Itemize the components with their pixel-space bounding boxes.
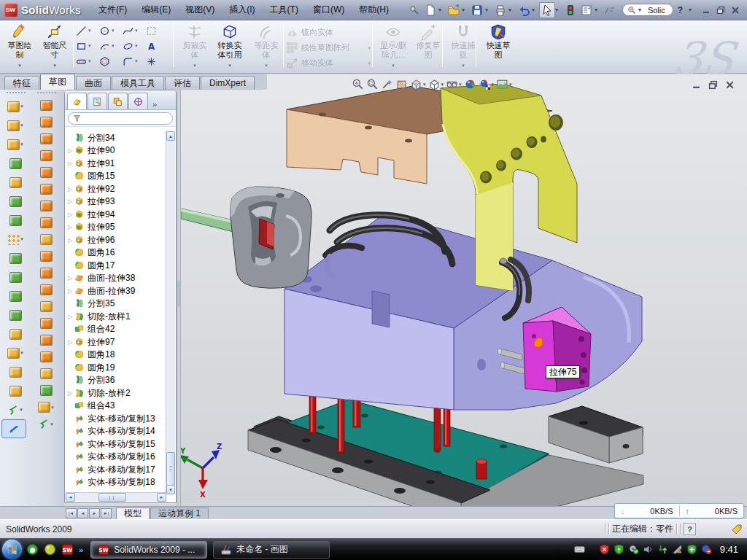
panel-tab-dimxpertmanager[interactable]: [128, 93, 148, 109]
tab-DimXpert[interactable]: DimXpert: [201, 76, 255, 90]
chevron-down-icon[interactable]: ▾: [638, 7, 643, 13]
tray-kbd[interactable]: [574, 544, 585, 555]
ribbon-mirror-button[interactable]: 镜向实体: [286, 25, 371, 40]
ribbon-qsketch-button[interactable]: 快速草图: [481, 23, 515, 60]
ribbon-move-button[interactable]: 移动实体▾: [286, 55, 371, 71]
mold-tool-8[interactable]: [32, 214, 60, 231]
model-tab-模型[interactable]: 模型: [116, 508, 150, 519]
chevron-down-icon[interactable]: ▾: [88, 28, 91, 34]
mold-tool-7[interactable]: [32, 198, 60, 214]
mold-tool-17[interactable]: [32, 365, 60, 382]
chevron-down-icon[interactable]: ▾: [88, 43, 91, 49]
tree-item[interactable]: ▷拉伸97: [66, 335, 166, 349]
wand-button[interactable]: [381, 78, 393, 90]
chevron-down-icon[interactable]: ▾: [441, 82, 444, 88]
panel-tab-configurationmanager[interactable]: [108, 93, 128, 109]
nav-last-button[interactable]: ►|: [101, 508, 112, 518]
doc-close-button[interactable]: [725, 80, 735, 90]
chevron-down-icon[interactable]: ▾: [88, 58, 91, 64]
glasses-button[interactable]: ▾: [446, 78, 462, 90]
chevron-down-icon[interactable]: ▾: [20, 350, 23, 356]
graphics-viewport[interactable]: Y Z X ▾▾▾▾▾ 拉伸75: [181, 74, 747, 506]
chevron-down-icon[interactable]: ▾: [508, 7, 514, 13]
scene-button[interactable]: ▾: [496, 78, 512, 90]
print-button[interactable]: [492, 2, 508, 18]
tray-syncgreen[interactable]: [657, 544, 668, 555]
panel-tab-propertymanager[interactable]: [88, 93, 107, 109]
ribbon-dim-button[interactable]: 智能尺寸▾: [38, 23, 71, 70]
ribbon-sketch-button[interactable]: 草图绘制▾: [3, 23, 36, 70]
nav-prev-button[interactable]: ◄: [77, 508, 88, 518]
expand-arrow-icon[interactable]: ▷: [66, 198, 74, 205]
expand-arrow-icon[interactable]: ▷: [66, 186, 74, 192]
expand-arrow-icon[interactable]: ▷: [66, 275, 74, 281]
mold-tool-12[interactable]: [32, 281, 60, 298]
chevron-down-icon[interactable]: ▾: [135, 58, 138, 64]
feature-tool-18[interactable]: [1, 419, 26, 438]
chevron-down-icon[interactable]: ▾: [50, 421, 53, 427]
scroll-thumb[interactable]: [166, 452, 175, 486]
feature-tool-2[interactable]: ▾: [1, 116, 29, 135]
scroll-up-icon[interactable]: ▲: [166, 131, 175, 141]
chevron-down-icon[interactable]: ▾: [509, 82, 512, 88]
entity-point-button[interactable]: [146, 55, 168, 68]
splitter-grip[interactable]: [177, 281, 180, 307]
tree-item[interactable]: 实体-移动/复制18: [66, 476, 166, 489]
cursor-button[interactable]: [539, 2, 555, 18]
chevron-down-icon[interactable]: ▾: [20, 104, 23, 109]
scroll-left-icon[interactable]: ◄: [66, 493, 75, 502]
scroll-thumb-h[interactable]: [98, 493, 126, 502]
mold-tool-2[interactable]: [32, 114, 60, 131]
menu-4[interactable]: 插入(I): [222, 1, 262, 19]
doc-minimize-button[interactable]: [692, 80, 701, 90]
feature-tool-7[interactable]: [1, 211, 29, 230]
ribbon-convert-button[interactable]: 转换实体引用▾: [213, 23, 247, 70]
tree-item[interactable]: ▷切除-放样2: [66, 386, 166, 400]
ball2-button[interactable]: ▾: [479, 78, 495, 90]
mold-tool-5[interactable]: [32, 164, 60, 181]
feature-tool-12[interactable]: [1, 306, 29, 324]
tree-item[interactable]: 实体-移动/复制15: [66, 438, 166, 451]
feature-tool-16[interactable]: [1, 381, 29, 400]
tree-item[interactable]: 分割34: [66, 131, 166, 144]
ribbon-lpattern-button[interactable]: 线性草图阵列▾: [286, 40, 371, 55]
feature-tool-8[interactable]: ▾: [1, 230, 29, 249]
mold-tool-20[interactable]: ▾: [32, 416, 60, 432]
chevron-down-icon[interactable]: ▾: [459, 82, 462, 88]
ribbon-snap-button[interactable]: 快速捕捉▾: [446, 23, 480, 70]
entity-polygon-button[interactable]: [99, 55, 121, 68]
tree-item[interactable]: 实体-移动/复制17: [66, 463, 166, 476]
undo-button[interactable]: [516, 2, 532, 18]
tab-草图[interactable]: 草图: [40, 74, 75, 90]
entity-ellipse-button[interactable]: ▾: [123, 39, 144, 52]
expand-arrow-icon[interactable]: ▷: [66, 339, 74, 346]
quicklaunch-msgr[interactable]: [26, 543, 39, 556]
tree-item[interactable]: 组合43: [66, 400, 166, 413]
tab-模具工具[interactable]: 模具工具: [112, 76, 164, 90]
tree-item[interactable]: 组合42: [66, 323, 166, 336]
mold-tool-3[interactable]: [32, 131, 60, 147]
panel-tab-featuremanager[interactable]: [67, 93, 87, 109]
mold-tool-1[interactable]: [32, 97, 60, 114]
save-button[interactable]: [469, 2, 485, 18]
tray-shieldred[interactable]: [599, 544, 610, 555]
help-button[interactable]: ?▾: [678, 5, 696, 15]
tree-item[interactable]: 分割36: [66, 374, 166, 387]
tray-circminus[interactable]: [701, 544, 712, 555]
doc-restore-button[interactable]: [708, 80, 718, 90]
feature-tool-6[interactable]: [1, 192, 29, 211]
entity-fillet2d-button[interactable]: ▾: [123, 55, 144, 68]
mold-tool-10[interactable]: [32, 248, 60, 265]
chevron-down-icon[interactable]: ▾: [135, 28, 138, 34]
tree-item[interactable]: 圆角19: [66, 361, 166, 374]
scroll-down-icon[interactable]: ▼: [166, 485, 175, 494]
feature-tool-3[interactable]: ▾: [1, 135, 29, 154]
entity-rect-button[interactable]: ▾: [76, 39, 98, 52]
main-restore-button[interactable]: [716, 6, 725, 15]
mold-tool-9[interactable]: [32, 231, 60, 248]
chevron-down-icon[interactable]: ▾: [20, 122, 23, 128]
tray-speaker[interactable]: [643, 544, 654, 555]
ribbon-repair-button[interactable]: 修复草图: [411, 23, 445, 60]
toolbar-drag-handle[interactable]: [7, 92, 26, 96]
tree-item[interactable]: ▷拉伸90: [66, 144, 166, 158]
